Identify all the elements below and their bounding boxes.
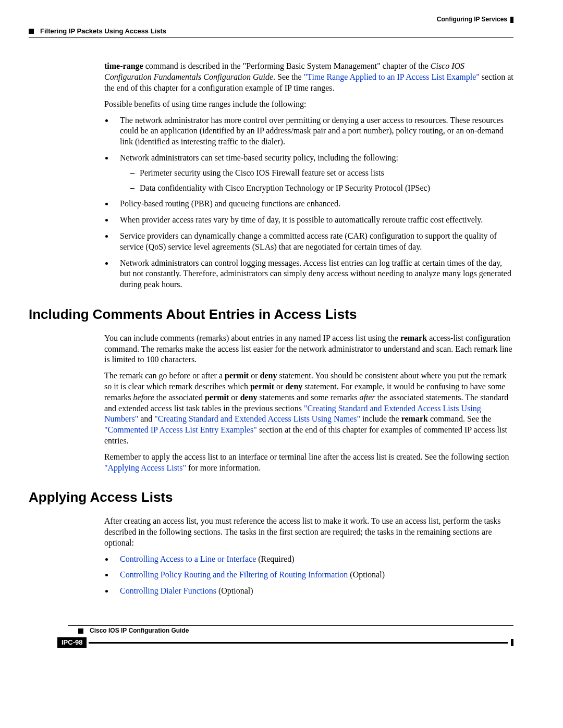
- sub-list: Perimeter security using the Cisco IOS F…: [130, 168, 513, 194]
- paragraph: Remember to apply the access list to an …: [104, 452, 513, 474]
- link-dialer-functions[interactable]: Controlling Dialer Functions: [120, 586, 216, 595]
- section-body: After creating an access list, you must …: [104, 516, 513, 597]
- footer-bar: IPC-98: [57, 637, 513, 648]
- body-content: time-range command is described in the "…: [104, 61, 513, 290]
- link-policy-routing[interactable]: Controlling Policy Routing and the Filte…: [120, 570, 348, 579]
- footer-guide: Cisco IOS IP Configuration Guide: [78, 627, 513, 635]
- list-item: Network administrators can set time-base…: [114, 153, 513, 193]
- paragraph: The remark can go before or after a perm…: [104, 371, 513, 447]
- footer-rule: [68, 625, 513, 626]
- list-item: Service providers can dynamically change…: [114, 231, 513, 253]
- list-item: Policy-based routing (PBR) and queueing …: [114, 199, 513, 209]
- heading-applying: Applying Access Lists: [29, 489, 513, 507]
- link-applying-access-lists[interactable]: "Applying Access Lists": [104, 463, 186, 472]
- running-head-right: Configuring IP Services: [29, 16, 513, 24]
- link-time-range-example[interactable]: "Time Range Applied to an IP Access List…: [304, 72, 480, 81]
- paragraph: You can include comments (remarks) about…: [104, 333, 513, 365]
- list-item: Perimeter security using the Cisco IOS F…: [130, 168, 513, 179]
- list-item: Network administrators can control loggi…: [114, 258, 513, 290]
- bullet-list: Controlling Access to a Line or Interfac…: [104, 554, 513, 597]
- header-marker-icon: [510, 17, 513, 23]
- section-title: Filtering IP Packets Using Access Lists: [40, 27, 166, 35]
- link-commented-examples[interactable]: "Commented IP Access List Entry Examples…: [104, 425, 257, 434]
- list-item: Controlling Dialer Functions (Optional): [114, 586, 513, 597]
- link-line-interface[interactable]: Controlling Access to a Line or Interfac…: [120, 554, 256, 563]
- list-item: Controlling Policy Routing and the Filte…: [114, 570, 513, 581]
- header-rule: [29, 37, 513, 38]
- paragraph: After creating an access list, you must …: [104, 516, 513, 548]
- chapter-title: Configuring IP Services: [437, 16, 507, 23]
- paragraph: time-range command is described in the "…: [104, 61, 513, 93]
- footer-end-marker-icon: [511, 639, 513, 646]
- list-item: When provider access rates vary by time …: [114, 215, 513, 226]
- list-item: Controlling Access to a Line or Interfac…: [114, 554, 513, 565]
- cmd: time-range: [104, 61, 143, 70]
- paragraph: Possible benefits of using time ranges i…: [104, 99, 513, 110]
- bullet-list: The network administrator has more contr…: [104, 115, 513, 290]
- list-item: The network administrator has more contr…: [114, 115, 513, 147]
- heading-comments: Including Comments About Entries in Acce…: [29, 306, 513, 324]
- link-named-acls[interactable]: "Creating Standard and Extended Access L…: [154, 414, 360, 423]
- running-head-left: Filtering IP Packets Using Access Lists: [29, 27, 513, 36]
- list-item: Data confidentiality with Cisco Encrypti…: [130, 183, 513, 194]
- section-body: You can include comments (remarks) about…: [104, 333, 513, 474]
- page-number: IPC-98: [57, 637, 87, 648]
- footer-square-icon: [78, 628, 83, 634]
- header-square-icon: [29, 29, 34, 34]
- footer-thick-rule: [89, 642, 508, 644]
